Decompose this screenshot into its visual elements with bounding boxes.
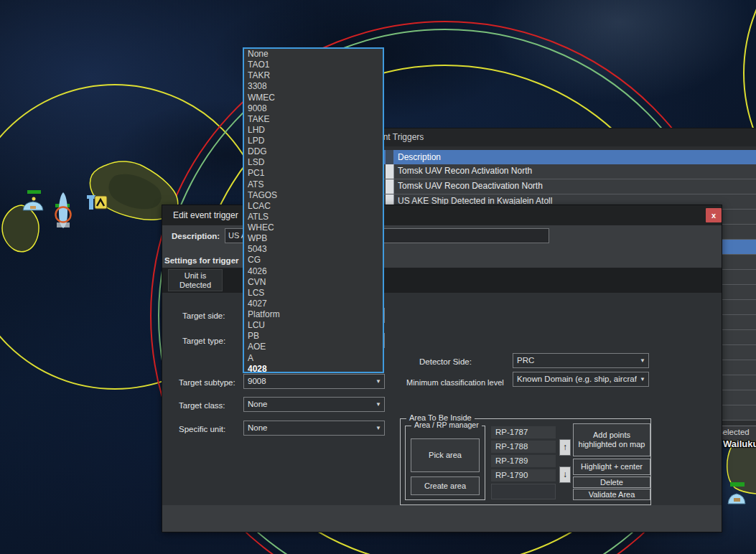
dropdown-item[interactable]: LCU <box>244 320 383 331</box>
min-classification-combo[interactable]: Known Domain (e.g. ship, aircraf ▼ <box>513 372 649 387</box>
table-row[interactable]: Tomsk UAV Recon Deactivation North <box>332 179 756 194</box>
table-row-mini-cell <box>386 179 394 194</box>
dropdown-item[interactable]: None <box>244 49 383 60</box>
chevron-down-icon: ▼ <box>640 357 645 364</box>
area-rp-manager-group: Area / RP manager Pick area Create area <box>405 426 485 500</box>
dropdown-item[interactable]: TAKE <box>244 114 383 125</box>
rp-list-item[interactable]: RP-1789 <box>491 455 556 467</box>
ship-unit-icon-maui[interactable] <box>728 482 745 504</box>
installation-unit-icon[interactable] <box>87 195 107 210</box>
delete-button[interactable]: Delete <box>573 476 650 488</box>
target-class-value: None <box>248 400 268 408</box>
rp-list-item[interactable]: RP-1788 <box>491 441 556 453</box>
target-subtype-combo[interactable]: 9008 ▼ <box>243 374 385 389</box>
delete-label: Delete <box>600 478 623 487</box>
table-header-mini-cell <box>386 150 393 164</box>
dropdown-item[interactable]: 4027 <box>244 299 383 309</box>
table-header-description: Description <box>398 152 441 162</box>
validate-area-button[interactable]: Validate Area <box>573 489 650 500</box>
dropdown-item[interactable]: WPB <box>244 233 383 244</box>
description-label: Description: <box>172 232 220 240</box>
dropdown-item[interactable]: 9008 <box>244 103 383 114</box>
target-side-label: Target side: <box>182 311 225 320</box>
close-icon[interactable]: x <box>706 208 722 222</box>
map-place-label: Wailuku <box>723 438 756 449</box>
dropdown-item[interactable]: PC1 <box>244 168 383 179</box>
rp-list-empty-slot[interactable] <box>491 484 556 499</box>
detector-side-label: Detector Side: <box>419 357 472 366</box>
rp-manager-title: Area / RP manager <box>411 421 482 429</box>
tab-label-line1: Unit is <box>169 271 222 281</box>
detector-side-value: PRC <box>517 356 534 365</box>
dropdown-item[interactable]: 4028 <box>244 364 383 373</box>
create-area-label: Create area <box>424 482 466 491</box>
dropdown-item[interactable]: LCAC <box>244 201 383 212</box>
area-to-be-inside-group: Area To Be Inside Area / RP manager Pick… <box>400 418 651 505</box>
create-area-button[interactable]: Create area <box>411 476 480 495</box>
trigger-description-cell: Tomsk UAV Recon Deactivation North <box>398 181 543 191</box>
dropdown-item[interactable]: TAO1 <box>244 60 383 70</box>
chevron-down-icon: ▼ <box>375 425 381 431</box>
rp-list-item[interactable]: RP-1790 <box>491 469 556 482</box>
dropdown-item[interactable]: ATS <box>244 179 383 190</box>
add-points-button[interactable]: Add points highlighted on map <box>573 423 650 456</box>
dropdown-item[interactable]: ATLS <box>244 212 383 222</box>
tab-unit-is-detected[interactable]: Unit is Detected <box>168 269 223 291</box>
dropdown-item[interactable]: AOE <box>244 342 383 352</box>
dropdown-item[interactable]: WMEC <box>244 93 383 103</box>
dropdown-item[interactable]: LSD <box>244 157 383 168</box>
detector-side-combo[interactable]: PRC ▼ <box>513 353 649 368</box>
trigger-description-cell: Tomsk UAV Recon Activation North <box>398 166 532 176</box>
target-subtype-value: 9008 <box>248 377 266 385</box>
triggers-window-titlebar[interactable]: Event Triggers <box>331 128 756 146</box>
dropdown-item[interactable]: 4026 <box>244 266 383 277</box>
specific-unit-value: None <box>248 423 268 432</box>
dropdown-item[interactable]: WHEC <box>244 222 383 233</box>
dropdown-item[interactable]: LPD <box>244 136 383 146</box>
pick-area-button[interactable]: Pick area <box>411 438 480 472</box>
dialog-title: Edit event trigger <box>173 210 238 220</box>
target-class-combo[interactable]: None ▼ <box>243 397 385 412</box>
highlight-center-label: Highlight + center <box>581 462 643 471</box>
specific-unit-label: Specific unit: <box>179 425 225 433</box>
validate-area-label: Validate Area <box>589 490 635 499</box>
min-classification-label: Minimum classification level <box>406 378 504 387</box>
target-class-label: Target class: <box>179 401 225 410</box>
island-niihau <box>2 205 39 252</box>
target-type-dropdown-list[interactable]: NoneTAO1TAKR3308WMEC9008TAKELHDLPDDDGLSD… <box>243 47 384 373</box>
chevron-down-icon: ▼ <box>375 378 381 385</box>
submarine-unit-icon[interactable] <box>55 192 71 228</box>
dropdown-item[interactable]: DDG <box>244 146 383 157</box>
dropdown-item[interactable]: PB <box>244 331 383 342</box>
dropdown-item[interactable]: 5043 <box>244 244 383 255</box>
settings-header: Settings for trigger <box>164 256 239 265</box>
chevron-down-icon: ▼ <box>375 401 381 408</box>
dropdown-item[interactable]: CG <box>244 255 383 266</box>
min-classification-value: Known Domain (e.g. ship, aircraf <box>517 372 637 386</box>
dropdown-item[interactable]: A <box>244 353 383 364</box>
specific-unit-combo[interactable]: None ▼ <box>243 421 385 436</box>
tab-label-line2: Detected <box>169 281 222 290</box>
move-up-button[interactable]: ↑ <box>559 439 571 456</box>
dropdown-item[interactable]: Platform <box>244 309 383 320</box>
dropdown-item[interactable]: LHD <box>244 125 383 136</box>
dropdown-item[interactable]: 3308 <box>244 81 383 92</box>
table-header-row[interactable]: Description <box>332 150 756 164</box>
move-down-button[interactable]: ↓ <box>559 466 571 483</box>
rp-list-item[interactable]: RP-1787 <box>491 426 556 438</box>
chevron-down-icon: ▼ <box>640 376 645 382</box>
add-points-label: Add points highlighted on map <box>574 431 650 449</box>
up-arrow-icon: ↑ <box>563 442 567 452</box>
ship-unit-icon[interactable] <box>23 190 43 210</box>
target-type-label: Target type: <box>182 337 225 345</box>
table-row[interactable]: Tomsk UAV Recon Activation North <box>332 164 756 179</box>
highlight-center-button[interactable]: Highlight + center <box>573 459 650 475</box>
dropdown-item[interactable]: LCS <box>244 288 383 299</box>
target-subtype-label: Target subtype: <box>179 378 235 387</box>
table-row-mini-cell <box>386 164 394 179</box>
down-arrow-icon: ↓ <box>563 469 567 479</box>
pick-area-label: Pick area <box>429 451 462 460</box>
dropdown-item[interactable]: TAGOS <box>244 190 383 201</box>
dropdown-item[interactable]: CVN <box>244 277 383 288</box>
dropdown-item[interactable]: TAKR <box>244 70 383 81</box>
